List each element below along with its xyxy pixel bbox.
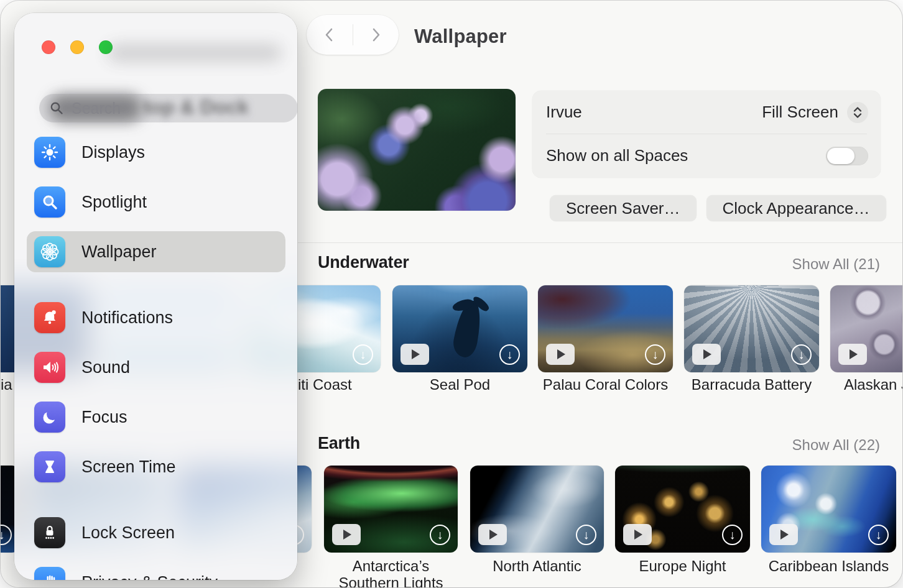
video-badge (769, 524, 798, 545)
download-icon[interactable]: ↓ (645, 344, 665, 365)
play-icon (557, 349, 565, 359)
play-icon (634, 530, 642, 540)
chevron-up-down-icon (852, 106, 863, 119)
download-icon[interactable]: ↓ (576, 525, 596, 545)
video-badge (838, 344, 867, 365)
spaces-label: Show on all Spaces (546, 146, 688, 165)
thumb-label: North Atlantic (470, 558, 604, 574)
search-field[interactable] (39, 94, 297, 122)
thumb-caribbean-islands[interactable]: ↓ (761, 466, 896, 553)
download-icon[interactable]: ↓ (791, 344, 812, 365)
sidebar-item-label: Privacy & Security (81, 573, 218, 581)
video-badge (401, 344, 429, 365)
sidebar-item-wallpaper[interactable]: Wallpaper (27, 231, 285, 272)
fit-dropdown-button[interactable] (847, 102, 868, 123)
download-icon[interactable]: ↓ (722, 525, 743, 545)
lock-screen-padlock-icon (34, 517, 65, 548)
screen-time-hourglass-icon (34, 451, 65, 482)
sidebar-item-spotlight[interactable]: Spotlight (27, 181, 285, 223)
download-icon[interactable]: ↓ (353, 344, 373, 365)
sidebar-item-label: Wallpaper (81, 242, 157, 262)
minimize-window-button[interactable] (70, 40, 84, 54)
thumb-alaskan-jellies[interactable] (830, 285, 902, 372)
chevron-right-icon (369, 27, 382, 43)
sidebar-item-label: Screen Time (81, 457, 176, 477)
wallpaper-options-card: Irvue Fill Screen Show on all Spaces (532, 91, 881, 178)
thumb-label: Palau Coral Colors (538, 376, 673, 393)
source-label: Irvue (546, 103, 582, 122)
sidebar-item-label: Notifications (81, 308, 173, 328)
thumb-label: Alaskan Je (844, 376, 902, 393)
sidebar-item-label: Spotlight (81, 193, 147, 212)
window-controls (42, 40, 113, 54)
current-wallpaper-preview (318, 89, 516, 211)
sidebar-item-sound[interactable]: Sound (27, 347, 285, 388)
focus-moon-icon (34, 402, 65, 433)
thumb-antarcticas-southern-lights[interactable]: ↓ (324, 466, 458, 553)
search-input[interactable] (70, 99, 278, 118)
play-icon (703, 349, 711, 359)
download-icon[interactable]: ↓ (868, 525, 889, 545)
back-button[interactable] (307, 15, 353, 55)
video-badge (546, 344, 575, 365)
sidebar-item-focus[interactable]: Focus (27, 397, 285, 438)
download-icon[interactable]: ↓ (499, 344, 520, 365)
screen-saver-button[interactable]: Screen Saver… (550, 195, 697, 221)
section-title-earth: Earth (318, 434, 360, 453)
search-icon (49, 101, 64, 116)
seal-silhouette (451, 298, 484, 359)
thumb-label: Caribbean Islands (761, 558, 896, 574)
privacy-hand-icon (34, 567, 65, 580)
thumb-label: ia (1, 376, 12, 393)
page-title: Wallpaper (414, 25, 507, 48)
forward-button[interactable] (353, 15, 399, 55)
sidebar-item-label: Focus (81, 408, 127, 427)
play-icon (489, 530, 498, 540)
show-all-underwater[interactable]: Show All (21) (792, 255, 880, 273)
thumb-label: Europe Night (615, 558, 750, 574)
thumb-palau-coral-colors[interactable]: ↓ (538, 285, 673, 372)
video-badge (332, 524, 361, 545)
download-icon[interactable]: ↓ (1, 525, 12, 545)
chevron-left-icon (323, 27, 336, 43)
video-badge (478, 524, 507, 545)
section-title-underwater: Underwater (318, 253, 409, 272)
sidebar-item-notifications[interactable]: Notifications (27, 297, 285, 338)
video-badge (623, 524, 652, 545)
sound-speaker-icon (34, 352, 65, 383)
sidebar-item-screen-time[interactable]: Screen Time (27, 446, 285, 487)
clock-appearance-button[interactable]: Clock Appearance… (706, 195, 886, 221)
source-row: Irvue Fill Screen (532, 91, 881, 134)
thumb-label: Seal Pod (392, 376, 527, 393)
sidebar-item-lock-screen[interactable]: Lock Screen (27, 512, 285, 553)
toggle-knob (827, 148, 854, 164)
sidebar-item-label: Displays (81, 143, 145, 162)
displays-sun-icon (34, 137, 65, 168)
screenshot-stage: Wallpaper Irvue Fill Screen Show on all … (0, 0, 903, 588)
thumb-europe-night[interactable]: ↓ (615, 466, 750, 553)
wallpaper-flower-icon (34, 236, 65, 267)
spaces-row: Show on all Spaces (532, 134, 881, 177)
thumb-seal-pod[interactable]: ↓ (392, 285, 527, 372)
play-icon (780, 530, 789, 540)
sidebar-item-displays[interactable]: Displays (27, 132, 285, 173)
system-settings-window: Wallpaper Irvue Fill Screen Show on all … (1, 1, 902, 587)
thumb-barracuda-battery[interactable]: ↓ (684, 285, 819, 372)
thumb-north-atlantic[interactable]: ↓ (470, 466, 604, 553)
sidebar-item-privacy-security[interactable]: Privacy & Security (27, 562, 285, 580)
spotlight-magnifier-icon (34, 186, 65, 218)
show-all-earth[interactable]: Show All (22) (792, 436, 880, 454)
action-buttons: Screen Saver… Clock Appearance… (550, 195, 886, 221)
sidebar-item-label: Sound (81, 358, 130, 377)
play-icon (850, 349, 858, 359)
fit-value: Fill Screen (762, 103, 838, 122)
notifications-bell-icon (34, 302, 65, 333)
show-on-all-spaces-toggle[interactable] (826, 147, 868, 165)
play-icon (343, 530, 351, 540)
close-window-button[interactable] (42, 40, 55, 54)
section-divider (298, 242, 902, 243)
download-icon[interactable]: ↓ (430, 525, 450, 545)
blurred-title-ghost (108, 44, 282, 62)
sidebar-item-label: Lock Screen (81, 523, 175, 543)
video-badge (692, 344, 721, 365)
